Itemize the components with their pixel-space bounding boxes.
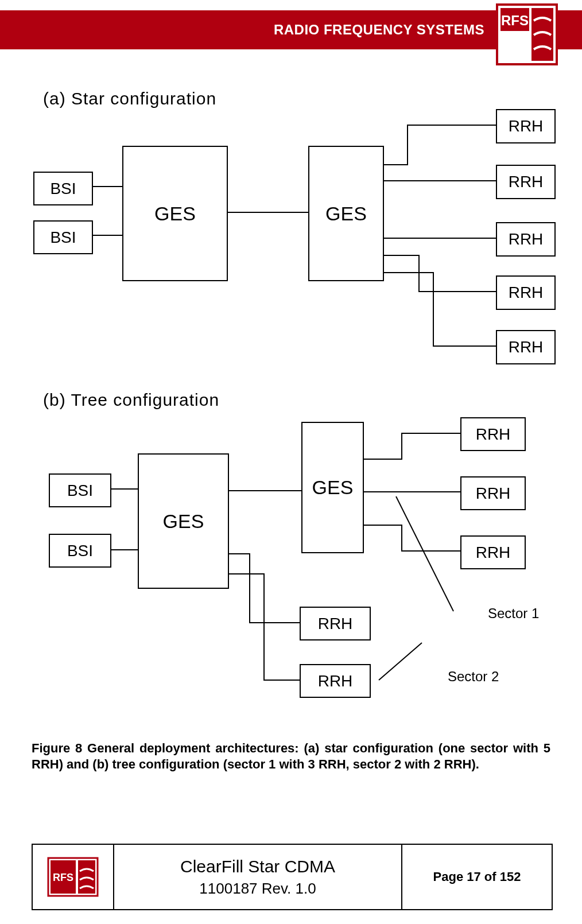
header-tagline: RADIO FREQUENCY SYSTEMS — [274, 22, 484, 38]
rrh-box-a3: RRH — [496, 222, 556, 257]
rfs-logo: RFS — [496, 3, 558, 65]
ges-label: GES — [154, 203, 196, 225]
rrh-box-a1: RRH — [496, 109, 556, 143]
page: RADIO FREQUENCY SYSTEMS RFS — [0, 0, 582, 924]
footer: RFS ClearFill Star CDMA 1100187 Rev. 1.0… — [32, 844, 553, 910]
rrh-label: RRH — [509, 117, 544, 135]
footer-page: Page 17 of 152 — [433, 869, 521, 884]
svg-line-13 — [379, 643, 422, 680]
rrh-label: RRH — [318, 615, 353, 633]
bsi-box-a2: BSI — [33, 220, 93, 254]
ges-box-b1: GES — [138, 453, 229, 589]
ges-label: GES — [163, 510, 204, 533]
rrh-box-a2: RRH — [496, 165, 556, 199]
rrh-label: RRH — [509, 230, 544, 249]
footer-title: ClearFill Star CDMA — [180, 857, 335, 876]
svg-text:RFS: RFS — [53, 872, 73, 883]
bsi-label: BSI — [67, 482, 93, 500]
rrh-box-a5: RRH — [496, 330, 556, 364]
rrh-label: RRH — [476, 543, 511, 562]
sector1-label: Sector 1 — [488, 605, 539, 622]
svg-line-12 — [396, 496, 453, 611]
bsi-label: BSI — [50, 180, 76, 198]
rrh-label: RRH — [318, 672, 353, 690]
rrh-box-a4: RRH — [496, 275, 556, 310]
footer-logo-cell: RFS — [33, 845, 114, 909]
bsi-box-a1: BSI — [33, 172, 93, 205]
rrh-label: RRH — [509, 338, 544, 356]
diagram-a-title: (a) Star configuration — [43, 89, 216, 108]
ges-box-a1: GES — [122, 146, 228, 281]
bsi-label: BSI — [50, 228, 76, 247]
rrh-box-b2: RRH — [460, 476, 526, 510]
ges-label: GES — [312, 476, 354, 499]
sector2-label: Sector 2 — [448, 669, 499, 685]
rrh-label: RRH — [476, 484, 511, 503]
rfs-logo-footer: RFS — [47, 857, 99, 897]
bsi-box-b1: BSI — [49, 473, 111, 507]
ges-box-b2: GES — [301, 422, 364, 553]
rrh-label: RRH — [476, 425, 511, 444]
diagram-b-title: (b) Tree configuration — [43, 390, 219, 410]
rrh-label: RRH — [509, 173, 544, 191]
footer-rev: 1100187 Rev. 1.0 — [199, 880, 316, 898]
ges-box-a2: GES — [308, 146, 384, 281]
rrh-label: RRH — [509, 284, 544, 302]
rrh-box-b4: RRH — [300, 607, 371, 640]
figure-caption: Figure 8 General deployment architecture… — [32, 740, 550, 772]
bsi-box-b2: BSI — [49, 534, 111, 568]
rrh-box-b3: RRH — [460, 535, 526, 569]
rrh-box-b1: RRH — [460, 417, 526, 451]
footer-title-cell: ClearFill Star CDMA 1100187 Rev. 1.0 — [114, 845, 402, 909]
ges-label: GES — [325, 203, 367, 225]
rrh-box-b5: RRH — [300, 664, 371, 698]
bsi-label: BSI — [67, 542, 93, 560]
footer-page-cell: Page 17 of 152 — [402, 845, 552, 909]
logo-text: RFS — [501, 13, 529, 28]
